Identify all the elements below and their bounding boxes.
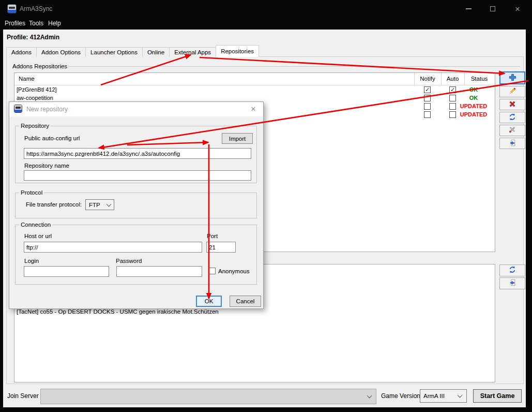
game-version-select[interactable]: ArmA III bbox=[420, 389, 467, 403]
menu-bar: Profiles Tools Help bbox=[0, 18, 532, 30]
new-repository-dialog: New repository × Repository Public auto-… bbox=[9, 101, 264, 309]
tab-launcher-options[interactable]: Launcher Options bbox=[85, 47, 143, 57]
repository-name-input[interactable] bbox=[24, 170, 251, 181]
notify-checkbox[interactable] bbox=[424, 111, 431, 118]
column-auto[interactable]: Auto bbox=[441, 76, 464, 82]
tools-icon bbox=[508, 126, 517, 136]
start-game-button[interactable]: Start Game bbox=[473, 389, 522, 403]
edit-repository-button[interactable] bbox=[499, 86, 525, 97]
autoconfig-url-label: Public auto-config url bbox=[24, 135, 80, 141]
tab-strip: Addons Addon Options Launcher Options On… bbox=[6, 45, 259, 57]
close-icon[interactable]: × bbox=[510, 2, 525, 16]
check-updates-button[interactable] bbox=[499, 112, 525, 123]
profile-label: Profile: 412Admin bbox=[7, 34, 59, 41]
tab-repositories[interactable]: Repositories bbox=[216, 45, 259, 57]
tab-addon-options[interactable]: Addon Options bbox=[36, 47, 86, 57]
column-notify[interactable]: Notify bbox=[414, 76, 441, 82]
repair-button[interactable] bbox=[499, 125, 525, 136]
repository-group: Repository Public auto-config url Import… bbox=[15, 126, 257, 183]
import-page-icon bbox=[508, 278, 517, 288]
add-repository-button[interactable] bbox=[499, 71, 525, 84]
event-list-item[interactable]: [TacNet] co55 - Op DESERT DOCKS - USMC g… bbox=[17, 308, 219, 315]
anonymous-label: Anonymous bbox=[218, 268, 250, 274]
column-name[interactable]: Name bbox=[19, 76, 35, 82]
delete-x-icon bbox=[508, 100, 517, 110]
tab-addons[interactable]: Addons bbox=[6, 47, 37, 57]
login-input[interactable] bbox=[24, 266, 109, 277]
port-label: Port bbox=[207, 233, 218, 239]
join-server-label: Join Server bbox=[7, 392, 39, 400]
addons-repositories-label: Addons Repositories bbox=[11, 63, 68, 69]
protocol-group-label: Protocol bbox=[19, 189, 44, 196]
login-label: Login bbox=[24, 258, 39, 264]
import-page-icon bbox=[508, 139, 517, 149]
table-row[interactable]: [PzGrenBtl 412] ✓ ✓ OK bbox=[14, 86, 495, 94]
protocol-group: Protocol File transfer protocol: FTP bbox=[15, 193, 257, 218]
dialog-title: New repository bbox=[26, 106, 68, 113]
import-button[interactable]: Import bbox=[222, 133, 253, 144]
protocol-select[interactable]: FTP bbox=[85, 199, 114, 210]
notify-checkbox[interactable] bbox=[424, 103, 431, 110]
connection-group-label: Connection bbox=[19, 222, 52, 228]
maximize-icon[interactable] bbox=[485, 2, 500, 16]
app-icon bbox=[7, 4, 17, 13]
menu-profiles[interactable]: Profiles bbox=[5, 20, 25, 27]
port-input[interactable] bbox=[206, 242, 236, 253]
status-badge: OK bbox=[453, 95, 494, 101]
password-label: Password bbox=[116, 258, 142, 264]
tab-external-apps[interactable]: External Apps bbox=[169, 47, 216, 57]
window-title: ArmA3Sync bbox=[20, 5, 52, 12]
status-badge: UPDATED bbox=[453, 103, 494, 109]
table-header: Name Notify Auto Status bbox=[14, 73, 495, 85]
dialog-close-icon[interactable]: × bbox=[248, 104, 259, 115]
pencil-icon bbox=[508, 87, 517, 97]
tab-online[interactable]: Online bbox=[142, 47, 170, 57]
file-transfer-protocol-label: File transfer protocol: bbox=[26, 201, 82, 208]
import-repository-button[interactable] bbox=[499, 138, 525, 149]
connection-group: Connection Host or url Port Login Passwo… bbox=[15, 225, 257, 285]
menu-tools[interactable]: Tools bbox=[29, 20, 43, 27]
title-bar: ArmA3Sync × bbox=[0, 0, 532, 18]
notify-checkbox[interactable]: ✓ bbox=[424, 86, 431, 93]
autoconfig-url-input[interactable] bbox=[24, 148, 251, 159]
game-version-label: Game Version bbox=[381, 392, 420, 400]
chevron-down-icon bbox=[107, 201, 112, 207]
app-icon bbox=[14, 105, 22, 113]
plus-icon bbox=[508, 73, 518, 83]
delete-repository-button[interactable] bbox=[499, 99, 525, 110]
ok-button[interactable]: OK bbox=[196, 296, 222, 307]
refresh-icon bbox=[508, 266, 517, 275]
join-server-select[interactable] bbox=[40, 389, 376, 404]
chevron-down-icon bbox=[458, 393, 463, 398]
host-label: Host or url bbox=[24, 233, 52, 239]
minimize-icon[interactable] bbox=[461, 2, 476, 16]
status-badge: OK bbox=[453, 86, 494, 93]
import-events-button[interactable] bbox=[499, 277, 525, 289]
repository-group-label: Repository bbox=[19, 123, 51, 129]
status-badge: UPDATED bbox=[453, 111, 494, 117]
anonymous-checkbox[interactable] bbox=[209, 268, 216, 274]
notify-checkbox[interactable] bbox=[424, 95, 431, 101]
arma3sync-window: ArmA3Sync × Profiles Tools Help Profile:… bbox=[0, 0, 532, 412]
repository-name-label: Repository name bbox=[24, 163, 69, 169]
chevron-down-icon bbox=[367, 393, 372, 399]
refresh-icon bbox=[508, 113, 517, 123]
menu-help[interactable]: Help bbox=[48, 20, 61, 27]
refresh-events-button[interactable] bbox=[499, 264, 525, 276]
column-status[interactable]: Status bbox=[464, 76, 494, 82]
host-input[interactable] bbox=[24, 242, 202, 253]
cancel-button[interactable]: Cancel bbox=[230, 296, 261, 307]
dialog-title-bar: New repository × bbox=[9, 102, 263, 116]
password-input[interactable] bbox=[116, 266, 202, 277]
